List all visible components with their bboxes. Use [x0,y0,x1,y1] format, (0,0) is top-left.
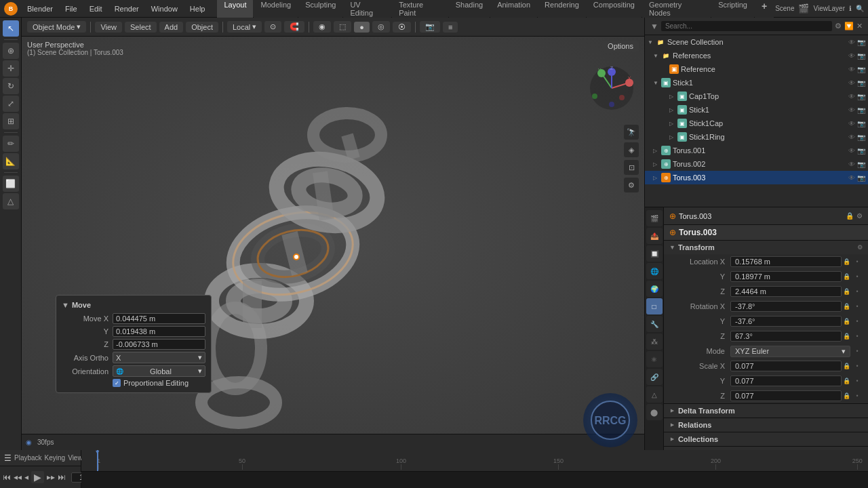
menu-blender[interactable]: Blender [22,3,58,14]
scale-x-lock[interactable]: 🔒 [843,363,850,369]
rotation-y-dot[interactable]: • [852,316,863,327]
camera-btn[interactable]: 📷 [420,21,440,33]
prop-tab-world[interactable]: 🌍 [646,281,663,297]
menu-file[interactable]: File [60,3,83,14]
menu-help[interactable]: Help [184,3,211,14]
tool-scale[interactable]: ⤢ [3,96,19,112]
render-icon[interactable]: 🎬 [798,3,809,14]
prev-keyframe-btn[interactable]: ◂◂ [14,472,22,482]
shading-render-btn[interactable]: ⦿ [393,22,411,33]
timeline-right[interactable]: 1 50 100 150 200 [81,450,868,488]
scale-x-dot[interactable]: • [852,361,863,371]
rotation-z-dot[interactable]: • [852,331,863,342]
orientation-btn[interactable]: Local ▾ [227,21,262,33]
stick1sub-arrow[interactable]: ▷ [669,107,677,113]
props-lock-icon[interactable]: 🔒 [846,212,854,220]
torus002-item[interactable]: ▷ ⊕ Torus.002 👁 📷 [645,157,868,171]
search-icon[interactable]: 🔍 [856,5,864,12]
location-x-dot[interactable]: • [852,256,863,267]
tab-scripting[interactable]: Scripting [711,0,754,19]
nav-gizmo[interactable]: Y X Z [585,61,639,115]
stick1ring-arrow[interactable]: ▷ [669,134,677,140]
rotation-z-lock[interactable]: 🔒 [843,333,850,340]
viewport-canvas[interactable]: ▼ Move Move X 0.044475 m Y 0.019438 m Z … [22,37,644,434]
move-y-value[interactable]: 0.019438 m [113,326,205,337]
move-x-value[interactable]: 0.044475 m [113,313,205,324]
timeline-view-btn[interactable]: View [68,454,83,462]
options-btn[interactable]: Options [602,41,639,52]
object-menu[interactable]: Object [186,22,218,33]
rotation-x-dot[interactable]: • [852,301,863,312]
torus001-arrow[interactable]: ▷ [653,148,661,154]
tool-add-cube[interactable]: ⬜ [3,176,19,192]
outliner-search-input[interactable] [661,21,832,31]
prop-tab-constraints[interactable]: 🔗 [646,369,663,385]
tool-rotate[interactable]: ↻ [3,78,19,94]
references-item[interactable]: ▼ 📁 References 👁 📷 [645,49,868,62]
snap-btn[interactable]: 🧲 [284,21,304,33]
object-mode-btn[interactable]: Object Mode ▾ [27,21,86,33]
tab-sculpting[interactable]: Sculpting [298,0,342,19]
tab-modeling[interactable]: Modeling [254,0,298,19]
tool-select[interactable]: ↖ [3,20,19,37]
stick1cap-arrow[interactable]: ▷ [669,121,677,127]
prop-tab-render[interactable]: 🎬 [646,210,663,226]
stick1-arrow[interactable]: ▼ [653,80,661,86]
move-z-value[interactable]: -0.006733 m [113,339,205,350]
info-icon[interactable]: ℹ [849,5,852,12]
scale-z-lock[interactable]: 🔒 [843,392,850,399]
torus003-arrow[interactable]: ▷ [653,175,661,181]
props-object-name-header[interactable]: Torus.003 [679,212,843,220]
collections-header[interactable]: ▼ Collections [664,432,868,446]
location-z-value[interactable]: 2.4464 m [730,286,842,297]
scale-z-value[interactable]: 0.077 [730,390,842,401]
play-pause-btn[interactable]: ▶ [31,471,44,483]
prop-tab-scene[interactable]: 🌐 [646,263,663,279]
tab-layout[interactable]: Layout [217,0,253,19]
transform-section-header[interactable]: ▼ Transform ⚙ [664,241,868,254]
tool-add-cone[interactable]: △ [3,193,19,209]
render-preview-icon[interactable]: ◈ [624,142,639,157]
viewport[interactable]: Object Mode ▾ View Select Add Object Loc… [22,18,644,450]
jump-end-btn[interactable]: ⏭ [58,472,66,482]
rotation-y-lock[interactable]: 🔒 [843,318,850,325]
camera-perspective-icon[interactable]: 🔭 [624,125,639,140]
tab-animation[interactable]: Animation [490,0,537,19]
references-arrow[interactable]: ▼ [653,53,661,59]
scale-y-value[interactable]: 0.077 [730,375,842,386]
prop-tab-data[interactable]: △ [646,386,663,403]
play-back-btn[interactable]: ◂ [24,472,28,482]
tool-measure[interactable]: 📐 [3,153,19,169]
stick1-item[interactable]: ▼ ▣ Stick1 👁 📷 [645,76,868,89]
location-x-lock[interactable]: 🔒 [843,258,850,265]
tool-annotate[interactable]: ✏ [3,136,19,152]
scale-y-lock[interactable]: 🔒 [843,378,850,384]
prop-tab-particles[interactable]: ⁂ [646,333,663,350]
location-y-lock[interactable]: 🔒 [843,273,850,280]
scene-collection-arrow[interactable]: ▼ [648,39,656,45]
tab-texture-paint[interactable]: Texture Paint [392,0,448,19]
add-menu[interactable]: Add [159,22,184,33]
location-z-dot[interactable]: • [852,286,863,297]
timeline-playback-btn[interactable]: Playback [14,454,42,462]
outliner-close-icon[interactable]: ✕ [856,22,863,30]
tab-uv-editing[interactable]: UV Editing [343,0,391,19]
prop-tab-object[interactable]: □ [646,298,663,314]
overlay-icon[interactable]: ⊡ [624,160,639,175]
prop-tab-view-layer[interactable]: 🔲 [646,245,663,262]
torus002-arrow[interactable]: ▷ [653,161,661,167]
axis-ortho-select[interactable]: X ▾ [113,352,205,363]
tool-transform[interactable]: ⊞ [3,113,19,129]
rotation-y-value[interactable]: -37.6° [730,316,842,327]
pivot-btn[interactable]: ⊙ [264,21,281,33]
rotation-mode-dot[interactable]: • [852,346,863,357]
location-x-value[interactable]: 0.15768 m [730,256,842,267]
stick1ring-item[interactable]: ▷ ▣ Stick1Ring 👁 📷 [645,130,868,144]
jump-start-btn[interactable]: ⏮ [3,472,11,482]
scale-y-dot[interactable]: • [852,375,863,386]
shading-icon[interactable]: ⚙ [624,178,639,192]
props-btn[interactable]: ≡ [443,22,458,33]
timeline-keyframe-area[interactable] [81,472,868,488]
rotation-z-value[interactable]: 67.3° [730,331,842,342]
view-menu[interactable]: View [95,22,122,33]
